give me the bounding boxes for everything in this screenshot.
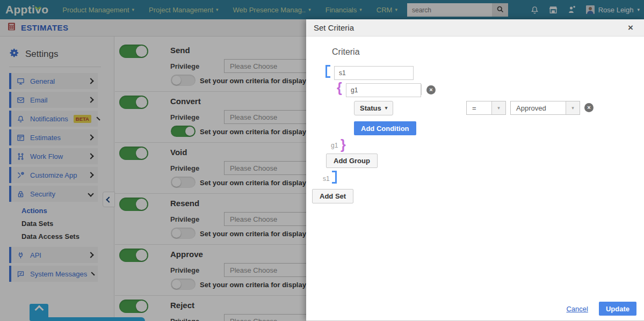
group-close-brace: } [341, 138, 346, 151]
group-name-input[interactable] [346, 83, 421, 97]
chevron-down-icon: ▾ [491, 101, 505, 114]
set-open-bracket [325, 65, 330, 78]
update-button[interactable]: Update [599, 302, 636, 316]
condition-value: Approved [511, 104, 566, 112]
chevron-down-icon: ▾ [566, 101, 580, 114]
modal-body: Criteria { × Status ▾ = ▾ Approved ▾ × A… [306, 37, 644, 320]
add-group-button[interactable]: Add Group [326, 154, 378, 168]
set-close-label: s1 [323, 175, 330, 183]
modal-header: Set Criteria × [306, 19, 644, 37]
set-criteria-modal: Set Criteria × Criteria { × Status ▾ = ▾… [306, 19, 644, 321]
caret-down-icon: ▾ [385, 106, 388, 111]
set-close-bracket [332, 171, 337, 184]
close-icon[interactable]: × [625, 23, 636, 33]
divider [421, 84, 422, 95]
operator-select[interactable]: = ▾ [466, 101, 506, 115]
set-name-input[interactable] [334, 66, 414, 80]
remove-condition-icon[interactable]: × [584, 103, 594, 112]
operator-value: = [467, 104, 491, 112]
add-set-button[interactable]: Add Set [312, 189, 353, 203]
condition-field-dropdown[interactable]: Status ▾ [354, 101, 393, 115]
add-condition-button[interactable]: Add Condition [354, 121, 416, 135]
value-select[interactable]: Approved ▾ [510, 101, 580, 115]
cancel-link[interactable]: Cancel [566, 305, 588, 313]
modal-title: Set Criteria [314, 23, 354, 32]
condition-field-label: Status [360, 104, 381, 112]
group-open-brace: { [337, 81, 342, 94]
remove-group-icon[interactable]: × [426, 85, 436, 94]
modal-footer: Cancel Update [566, 302, 636, 316]
criteria-section-title: Criteria [332, 47, 360, 57]
group-close-label: g1 [331, 142, 338, 149]
